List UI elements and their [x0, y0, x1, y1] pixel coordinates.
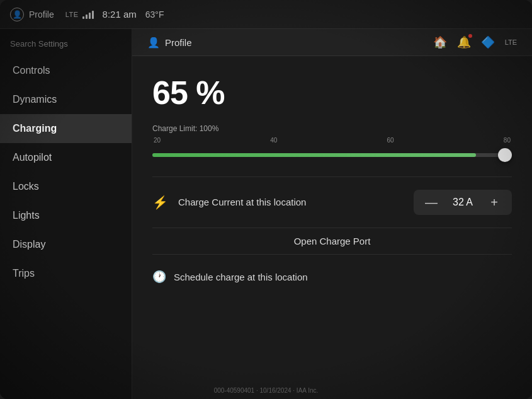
- lte-label: LTE: [65, 11, 79, 18]
- sidebar-search[interactable]: Search Settings: [0, 34, 132, 56]
- sidebar-item-locks[interactable]: Locks: [0, 172, 132, 201]
- charge-limit-label: Charge Limit: 100%: [152, 124, 512, 133]
- sidebar-item-lights[interactable]: Lights: [0, 201, 132, 230]
- sidebar-item-autopilot[interactable]: Autopilot: [0, 143, 132, 172]
- tick-20: 20: [154, 137, 161, 144]
- tick-60: 60: [387, 137, 394, 144]
- slider-ticks: 20 40 60 80: [152, 137, 512, 144]
- schedule-clock-icon: 🕐: [152, 270, 166, 284]
- plug-icon: ⚡: [152, 195, 168, 210]
- content-header: 👤 Profile 🏠 🔔 🔷 LTE: [132, 29, 532, 56]
- status-profile-label: Profile: [29, 9, 54, 20]
- charge-current-label: Charge Current at this location: [178, 196, 404, 209]
- charge-increment-button[interactable]: +: [487, 195, 502, 210]
- bluetooth-icon[interactable]: 🔷: [481, 35, 495, 49]
- tick-40: 40: [270, 137, 277, 144]
- charge-fill: [152, 153, 476, 157]
- schedule-section[interactable]: 🕐 Schedule charge at this location: [152, 267, 512, 296]
- sidebar-item-controls[interactable]: Controls: [0, 56, 132, 85]
- charge-section: 65 % Charge Limit: 100% 20 40 60 80: [132, 56, 532, 309]
- sidebar-item-charging[interactable]: Charging: [0, 114, 132, 143]
- status-temp: 63°F: [145, 9, 164, 20]
- charge-current-row: ⚡ Charge Current at this location — 32 A…: [152, 190, 512, 215]
- charge-track: [152, 153, 512, 157]
- tick-80: 80: [504, 137, 511, 144]
- status-profile-icon: 👤: [10, 8, 24, 21]
- content-profile[interactable]: 👤 Profile: [147, 37, 192, 49]
- sidebar-item-dynamics[interactable]: Dynamics: [0, 85, 132, 114]
- schedule-label: Schedule charge at this location: [174, 272, 308, 282]
- sidebar: Search Settings Controls Dynamics Chargi…: [0, 29, 132, 399]
- charge-percentage: 65 %: [152, 74, 512, 112]
- lte-icon: LTE: [505, 38, 517, 46]
- signal-bars-icon: [82, 10, 94, 19]
- open-charge-port-button[interactable]: Open Charge Port: [152, 228, 512, 255]
- status-signal-area: LTE: [65, 10, 94, 19]
- status-bar: 👤 Profile LTE 8:21 am 63°F: [0, 0, 532, 29]
- charge-thumb[interactable]: [498, 148, 512, 162]
- content-profile-label: Profile: [165, 37, 192, 48]
- content-area: 👤 Profile 🏠 🔔 🔷 LTE 65 % Charge Limit: 1…: [132, 29, 532, 399]
- content-profile-icon: 👤: [147, 37, 160, 49]
- divider-1: [152, 176, 512, 177]
- screen: 👤 Profile LTE 8:21 am 63°F Search Settin…: [0, 0, 532, 399]
- status-time: 8:21 am: [103, 9, 137, 20]
- watermark: 000-40590401 · 10/16/2024 · IAA Inc.: [214, 387, 319, 394]
- home-icon[interactable]: 🏠: [433, 35, 447, 49]
- status-profile-area[interactable]: 👤 Profile: [10, 8, 54, 21]
- main-layout: Search Settings Controls Dynamics Chargi…: [0, 29, 532, 399]
- sidebar-item-display[interactable]: Display: [0, 230, 132, 259]
- sidebar-item-trips[interactable]: Trips: [0, 259, 132, 288]
- charge-current-control: — 32 A +: [414, 190, 512, 215]
- charge-current-value: 32 A: [450, 197, 475, 208]
- notification-bell-icon[interactable]: 🔔: [457, 35, 471, 49]
- charge-slider[interactable]: [152, 146, 512, 164]
- content-icons: 🏠 🔔 🔷 LTE: [433, 35, 517, 49]
- charge-decrement-button[interactable]: —: [424, 195, 439, 210]
